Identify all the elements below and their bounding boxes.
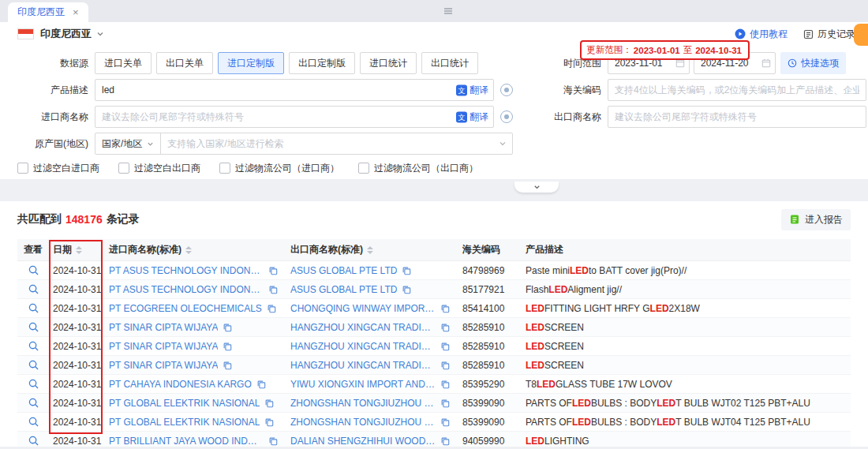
exact-match-icon[interactable] <box>500 110 513 123</box>
tab-list-icon[interactable] <box>443 6 453 16</box>
importer-input[interactable] <box>95 106 494 128</box>
sort-icon[interactable] <box>76 246 82 254</box>
filter-checkbox[interactable]: 过滤物流公司（出口商） <box>358 162 478 175</box>
view-magnifier-icon[interactable] <box>28 265 39 275</box>
importer-link[interactable]: PT SINAR CIPTA WIJAYA <box>109 322 218 333</box>
exporter-link[interactable]: HANGZHOU XINGCAN TRADING CO LTD <box>290 322 436 333</box>
exporter-link[interactable]: ASUS GLOBAL PTE LTD <box>290 265 397 276</box>
translate-button[interactable]: 文 翻译 <box>453 110 488 124</box>
importer-link[interactable]: PT SINAR CIPTA WIJAYA <box>109 360 218 371</box>
column-header[interactable]: 进口商名称(标准) <box>103 243 284 256</box>
data-source-tab[interactable]: 进口统计 <box>360 52 417 74</box>
table-body: 2024-10-31PT ASUS TECHNOLOGY INDONESIA B… <box>17 261 851 447</box>
copy-icon[interactable] <box>440 436 450 446</box>
view-magnifier-icon[interactable] <box>28 360 39 370</box>
tutorial-link[interactable]: 使用教程 <box>735 28 788 41</box>
copy-icon[interactable] <box>440 417 450 427</box>
importer-link[interactable]: PT GLOBAL ELEKTRIK NASIONAL <box>109 398 260 409</box>
copy-icon[interactable] <box>223 323 232 332</box>
importer-link[interactable]: PT BRILLIANT JAYA WOOD INDUSTRY <box>109 436 264 447</box>
copy-icon[interactable] <box>440 323 450 332</box>
hs-code-cell: 85285910 <box>456 360 519 371</box>
view-magnifier-icon[interactable] <box>28 436 39 446</box>
sort-icon[interactable] <box>367 246 373 254</box>
exporter-link[interactable]: YIWU XIONGXIN IMPORT AND EXPORT... <box>290 379 436 390</box>
filter-checkbox[interactable]: 过滤空白进口商 <box>17 162 99 175</box>
exporter-input[interactable] <box>608 106 866 128</box>
column-header[interactable]: 日期 <box>49 243 103 256</box>
checkbox-box[interactable] <box>219 163 230 174</box>
importer-link[interactable]: PT CAHAYA INDONESIA KARGO <box>109 379 252 390</box>
copy-icon[interactable] <box>440 304 450 313</box>
view-magnifier-icon[interactable] <box>28 379 39 389</box>
copy-icon[interactable] <box>402 285 411 294</box>
exporter-link[interactable]: HANGZHOU XINGCAN TRADING CO LTD <box>290 360 436 371</box>
exporter-link[interactable]: CHONGQING WINWAY IMPORT AND E... <box>290 303 436 314</box>
floating-widget[interactable] <box>854 24 868 46</box>
view-magnifier-icon[interactable] <box>28 398 39 408</box>
importer-link[interactable]: PT ECOGREEN OLEOCHEMICALS <box>109 303 262 314</box>
copy-icon[interactable] <box>268 436 278 446</box>
table-header-row: 查看日期进口商名称(标准)出口商名称(标准)海关编码产品描述 <box>17 239 851 261</box>
importer-link[interactable]: PT SINAR CIPTA WIJAYA <box>109 341 218 352</box>
country-selector-label[interactable]: 印度尼西亚 <box>40 27 92 41</box>
product-desc-input[interactable] <box>95 79 494 101</box>
tab-close-icon[interactable]: × <box>73 6 79 18</box>
copy-icon[interactable] <box>402 266 411 275</box>
filter-checkbox[interactable]: 过滤空白出口商 <box>118 162 200 175</box>
quick-options-button[interactable]: 快捷选项 <box>780 52 846 74</box>
copy-icon[interactable] <box>440 342 450 351</box>
copy-icon[interactable] <box>268 266 278 275</box>
exporter-link[interactable]: ASUS GLOBAL PTE LTD <box>290 284 397 295</box>
column-header-label: 进口商名称(标准) <box>109 243 181 256</box>
exact-match-icon[interactable] <box>500 84 513 96</box>
data-source-label: 数据源 <box>0 57 95 70</box>
history-link[interactable]: 历史记录 <box>803 28 855 41</box>
column-header[interactable]: 出口商名称(标准) <box>284 243 456 256</box>
chevron-down-icon <box>533 184 541 191</box>
view-magnifier-icon[interactable] <box>28 322 39 332</box>
origin-search-input[interactable] <box>160 133 513 155</box>
view-magnifier-icon[interactable] <box>28 284 39 294</box>
copy-icon[interactable] <box>268 285 278 294</box>
data-source-tab[interactable]: 进口关单 <box>95 52 152 74</box>
copy-icon[interactable] <box>267 304 276 313</box>
customs-code-input[interactable] <box>608 79 866 101</box>
chevron-down-icon[interactable] <box>96 30 104 38</box>
checkbox-box[interactable] <box>358 163 369 174</box>
translate-button[interactable]: 文 翻译 <box>453 84 488 97</box>
copy-icon[interactable] <box>223 342 232 351</box>
copy-icon[interactable] <box>256 380 266 389</box>
importer-cell: PT ECOGREEN OLEOCHEMICALS <box>103 303 284 314</box>
filter-checkbox[interactable]: 过滤物流公司（进口商） <box>219 162 339 175</box>
copy-icon[interactable] <box>264 417 274 427</box>
exporter-link[interactable]: DALIAN SHENGZHIHUI WOOD INDUST... <box>290 436 436 447</box>
exporter-link[interactable]: ZHONGSHAN TONGJIUZHOU INTERNA... <box>290 417 436 428</box>
sort-icon[interactable] <box>185 246 192 254</box>
data-source-tab[interactable]: 进口定制版 <box>218 52 284 74</box>
checkbox-box[interactable] <box>17 163 28 174</box>
importer-cell: PT BRILLIANT JAYA WOOD INDUSTRY <box>103 436 284 447</box>
origin-type-select[interactable]: 国家/地区 <box>95 133 161 155</box>
importer-link[interactable]: PT ASUS TECHNOLOGY INDONESIA BA... <box>109 284 264 295</box>
copy-icon[interactable] <box>223 361 232 370</box>
copy-icon[interactable] <box>264 398 274 408</box>
copy-icon[interactable] <box>440 398 450 408</box>
enter-report-button[interactable]: 进入报告 <box>781 209 851 230</box>
exporter-link[interactable]: ZHONGSHAN TONGJIUZHOU INTERNA... <box>290 398 436 409</box>
tab-indonesia[interactable]: 印度尼西亚 × <box>8 2 88 22</box>
copy-icon[interactable] <box>440 380 450 389</box>
view-magnifier-icon[interactable] <box>28 417 39 427</box>
data-source-tab[interactable]: 出口统计 <box>421 52 478 74</box>
view-magnifier-icon[interactable] <box>28 303 39 313</box>
collapse-panel-button[interactable] <box>514 181 559 193</box>
update-range-to: 2024-10-31 <box>695 46 742 55</box>
data-source-tab[interactable]: 出口定制版 <box>289 52 355 74</box>
importer-link[interactable]: PT ASUS TECHNOLOGY INDONESIA BA... <box>109 265 264 276</box>
data-source-tab[interactable]: 出口关单 <box>156 52 213 74</box>
checkbox-box[interactable] <box>118 163 129 174</box>
view-magnifier-icon[interactable] <box>28 341 39 351</box>
importer-link[interactable]: PT GLOBAL ELEKTRIK NASIONAL <box>109 417 260 428</box>
exporter-link[interactable]: HANGZHOU XINGCAN TRADING CO LTD <box>290 341 436 352</box>
copy-icon[interactable] <box>440 361 450 370</box>
